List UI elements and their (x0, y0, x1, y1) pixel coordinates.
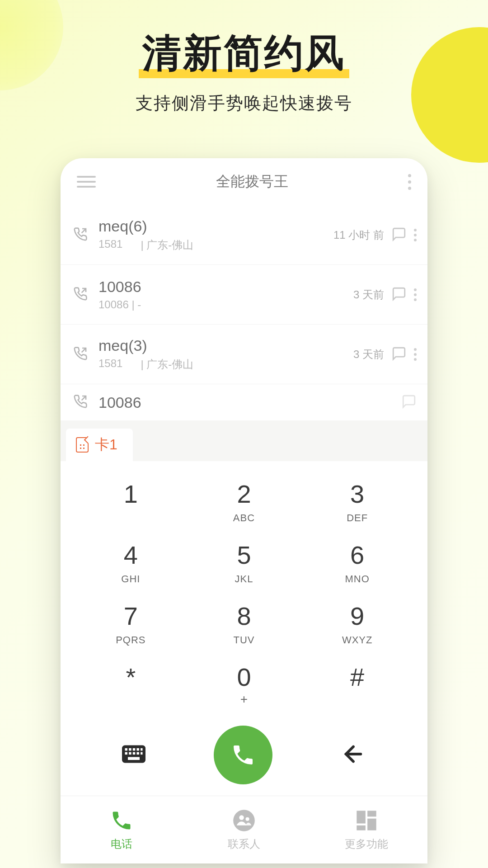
key-hash[interactable]: # (300, 653, 414, 714)
sim-strip: 卡1 (61, 420, 427, 461)
svg-rect-7 (129, 752, 131, 755)
call-name: meq(3) (99, 337, 346, 354)
svg-rect-4 (136, 748, 139, 750)
tab-label: 联系人 (228, 837, 260, 851)
more-tab-icon (355, 809, 378, 832)
call-button[interactable] (214, 726, 272, 784)
phone-tab-icon (110, 809, 133, 832)
call-main: meq(6) 1581 | 广东-佛山 (99, 217, 326, 252)
tab-label: 电话 (111, 837, 132, 851)
outgoing-call-icon (73, 346, 91, 363)
call-time: 3 天前 (353, 347, 384, 362)
app-title: 全能拨号王 (216, 172, 288, 192)
call-main: meq(3) 1581 | 广东-佛山 (99, 337, 346, 372)
svg-rect-10 (141, 752, 142, 755)
call-location: | 广东-佛山 (141, 238, 193, 252)
svg-rect-18 (357, 825, 366, 830)
dialpad: 1 2ABC 3DEF 4GHI 5JKL 6MNO 7PQRS 8TUV 9W… (61, 461, 427, 719)
sim-tab[interactable]: 卡1 (66, 429, 133, 461)
call-time: 3 天前 (353, 288, 384, 302)
tabbar: 电话 联系人 更多功能 (61, 796, 427, 863)
svg-rect-6 (125, 752, 127, 755)
call-row[interactable]: 10086 (61, 384, 427, 420)
keyboard-icon[interactable] (122, 745, 145, 765)
call-time: 11 小时 前 (333, 228, 384, 242)
key-1[interactable]: 1 (74, 470, 188, 531)
contacts-tab-icon (232, 809, 256, 832)
overflow-icon[interactable] (408, 174, 411, 190)
svg-rect-15 (357, 811, 366, 823)
svg-rect-8 (132, 752, 135, 755)
svg-rect-16 (367, 811, 376, 816)
sim-icon (76, 437, 89, 453)
svg-point-14 (245, 817, 249, 821)
outgoing-call-icon (73, 227, 91, 243)
key-4[interactable]: 4GHI (74, 531, 188, 592)
outgoing-call-icon (73, 394, 91, 410)
call-list: meq(6) 1581 | 广东-佛山 11 小时 前 10086 10086 … (61, 205, 427, 420)
call-row[interactable]: meq(3) 1581 | 广东-佛山 3 天前 (61, 325, 427, 384)
phone-frame: 全能拨号王 meq(6) 1581 | 广东-佛山 11 小时 前 (61, 158, 427, 863)
svg-rect-1 (125, 748, 127, 750)
key-0[interactable]: 0+ (188, 653, 301, 714)
tab-label: 更多功能 (345, 837, 388, 851)
key-9[interactable]: 9WXYZ (300, 592, 414, 653)
action-row (61, 719, 427, 796)
svg-rect-5 (141, 748, 142, 750)
svg-rect-2 (129, 748, 131, 750)
svg-rect-3 (132, 748, 135, 750)
svg-point-13 (239, 815, 244, 820)
sim-label: 卡1 (95, 435, 117, 455)
hero-title: 清新简约风 (139, 27, 349, 82)
message-icon[interactable] (401, 394, 417, 411)
key-6[interactable]: 6MNO (300, 531, 414, 592)
outgoing-call-icon (73, 287, 91, 303)
call-location: | 广东-佛山 (141, 357, 193, 372)
tab-more[interactable]: 更多功能 (305, 796, 427, 863)
row-overflow-icon[interactable] (414, 229, 417, 241)
call-number: 10086 | - (99, 298, 141, 311)
key-5[interactable]: 5JKL (188, 531, 301, 592)
call-name: 10086 (99, 394, 394, 411)
call-number: 1581 (99, 357, 122, 372)
row-overflow-icon[interactable] (414, 348, 417, 361)
call-main: 10086 10086 | - (99, 278, 346, 311)
svg-point-12 (233, 810, 255, 831)
key-8[interactable]: 8TUV (188, 592, 301, 653)
topbar: 全能拨号王 (61, 158, 427, 205)
key-7[interactable]: 7PQRS (74, 592, 188, 653)
call-number: 1581 (99, 238, 122, 252)
svg-rect-9 (136, 752, 139, 755)
key-2[interactable]: 2ABC (188, 470, 301, 531)
call-main: 10086 (99, 394, 394, 411)
hero-subtitle: 支持侧滑手势唤起快速拨号 (0, 92, 488, 115)
svg-rect-11 (128, 757, 140, 760)
call-name: meq(6) (99, 217, 326, 235)
message-icon[interactable] (391, 286, 407, 303)
phone-icon (230, 742, 256, 768)
message-icon[interactable] (391, 346, 407, 363)
call-name: 10086 (99, 278, 346, 296)
svg-rect-17 (367, 818, 376, 830)
tab-phone[interactable]: 电话 (61, 796, 183, 863)
key-3[interactable]: 3DEF (300, 470, 414, 531)
backspace-icon[interactable] (341, 741, 366, 769)
menu-icon[interactable] (77, 176, 96, 188)
key-star[interactable]: * (74, 653, 188, 714)
hero: 清新简约风 支持侧滑手势唤起快速拨号 (0, 0, 488, 115)
message-icon[interactable] (391, 226, 407, 244)
call-row[interactable]: meq(6) 1581 | 广东-佛山 11 小时 前 (61, 205, 427, 265)
call-row[interactable]: 10086 10086 | - 3 天前 (61, 265, 427, 325)
tab-contacts[interactable]: 联系人 (183, 796, 305, 863)
row-overflow-icon[interactable] (414, 288, 417, 301)
